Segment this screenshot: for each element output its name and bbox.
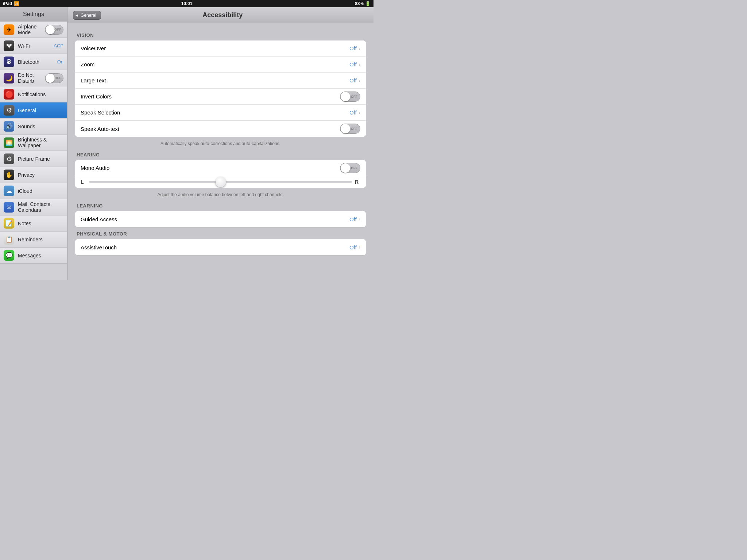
invertcolors-label: Invert Colors (81, 93, 340, 100)
speakselection-row[interactable]: Speak Selection Off › (75, 105, 366, 121)
device-label: iPad (3, 1, 12, 6)
invertcolors-toggle[interactable] (340, 92, 360, 102)
reminders-icon: 📋 (4, 234, 14, 245)
pictureframe-icon: ⚙ (4, 153, 14, 164)
balance-slider-row[interactable]: L R (75, 176, 366, 188)
voiceover-row[interactable]: VoiceOver Off › (75, 40, 366, 57)
dnd-icon: 🌙 (4, 73, 14, 83)
sounds-icon: 🔊 (4, 121, 14, 132)
airplane-label: Airplane Mode (18, 24, 45, 35)
dnd-label: Do Not Disturb (18, 72, 45, 84)
speakselection-value: Off (349, 109, 357, 116)
invertcolors-knob (341, 92, 350, 101)
sidebar-item-privacy[interactable]: ✋ Privacy (0, 167, 67, 183)
detail-title: Accessibility (107, 11, 339, 19)
sidebar-item-general[interactable]: ⚙ General (0, 102, 67, 118)
wifi-label: Wi-Fi (18, 43, 54, 49)
notes-label: Notes (18, 221, 63, 226)
bluetooth-icon: Ƀ (4, 57, 14, 67)
airplane-toggle[interactable] (45, 25, 63, 35)
monoaudio-knob (341, 163, 350, 173)
hearing-group: Mono Audio L R (75, 160, 366, 188)
learning-group: Guided Access Off › (75, 211, 366, 228)
learning-section-header: Learning (77, 203, 366, 209)
mail-icon: ✉ (4, 202, 14, 213)
monoaudio-row[interactable]: Mono Audio (75, 160, 366, 176)
zoom-value: Off (349, 61, 357, 67)
back-button[interactable]: General (73, 11, 101, 20)
notifications-label: Notifications (18, 92, 63, 97)
assistivetouch-row[interactable]: AssistiveTouch Off › (75, 239, 366, 255)
icloud-label: iCloud (18, 188, 63, 194)
pictureframe-label: Picture Frame (18, 156, 63, 162)
sidebar-item-notes[interactable]: 📝 Notes (0, 215, 67, 232)
hearing-section-header: Hearing (77, 152, 366, 158)
sidebar-item-reminders[interactable]: 📋 Reminders (0, 232, 67, 248)
dnd-toggle[interactable] (45, 73, 63, 83)
messages-icon: 💬 (4, 250, 14, 261)
speakselection-label: Speak Selection (81, 109, 349, 116)
speakautotext-knob (341, 124, 350, 133)
airplane-icon: ✈ (4, 24, 14, 35)
sidebar-item-pictureframe[interactable]: ⚙ Picture Frame (0, 151, 67, 167)
monoaudio-label: Mono Audio (81, 165, 340, 171)
sidebar-item-mail[interactable]: ✉ Mail, Contacts, Calendars (0, 199, 67, 215)
vision-note: Automatically speak auto-corrections and… (75, 139, 366, 148)
slider-left-label: L (81, 179, 86, 185)
notes-icon: 📝 (4, 218, 14, 229)
speakautotext-toggle[interactable] (340, 124, 360, 134)
speakautotext-label: Speak Auto-text (81, 126, 340, 132)
sidebar-item-messages[interactable]: 💬 Messages (0, 248, 67, 264)
sidebar-item-bluetooth[interactable]: Ƀ Bluetooth On (0, 54, 67, 70)
app-container: Settings ✈ Airplane Mode Wi-Fi ACP (0, 7, 374, 280)
largetext-label: Large Text (81, 77, 349, 83)
assistivetouch-label: AssistiveTouch (81, 244, 349, 250)
detail-content: Vision VoiceOver Off › Zoom Off › Large … (67, 23, 374, 280)
physical-section-header: Physical & Motor (77, 231, 366, 237)
sidebar-item-wifi[interactable]: Wi-Fi ACP (0, 38, 67, 54)
guidedaccess-value: Off (349, 216, 357, 222)
largetext-row[interactable]: Large Text Off › (75, 73, 366, 89)
voiceover-chevron: › (359, 45, 360, 52)
speakautotext-row[interactable]: Speak Auto-text (75, 121, 366, 137)
sidebar-item-brightness[interactable]: 🌅 Brightness & Wallpaper (0, 135, 67, 151)
invertcolors-row[interactable]: Invert Colors (75, 89, 366, 105)
battery-label: 83% (355, 1, 364, 6)
notifications-icon: 🔴 (4, 89, 14, 100)
balance-slider-thumb[interactable] (216, 177, 226, 187)
sidebar: Settings ✈ Airplane Mode Wi-Fi ACP (0, 7, 67, 280)
sidebar-item-notifications[interactable]: 🔴 Notifications (0, 86, 67, 102)
speakselection-chevron: › (359, 109, 360, 116)
brightness-label: Brightness & Wallpaper (18, 137, 63, 148)
guidedaccess-row[interactable]: Guided Access Off › (75, 211, 366, 227)
sidebar-item-donotdisturb[interactable]: 🌙 Do Not Disturb (0, 70, 67, 86)
privacy-icon: ✋ (4, 170, 14, 180)
reminders-label: Reminders (18, 237, 63, 242)
svg-point-0 (8, 47, 9, 48)
balance-slider-track[interactable] (89, 181, 352, 183)
bluetooth-label: Bluetooth (18, 59, 57, 65)
vision-group: VoiceOver Off › Zoom Off › Large Text Of… (75, 40, 366, 137)
detail-header: General Accessibility (67, 7, 374, 23)
mail-label: Mail, Contacts, Calendars (18, 201, 63, 213)
detail-panel: General Accessibility Vision VoiceOver O… (67, 7, 374, 280)
sidebar-item-airplane[interactable]: ✈ Airplane Mode (0, 22, 67, 38)
airplane-toggle-knob (46, 25, 55, 34)
sidebar-title: Settings (0, 7, 67, 22)
bluetooth-value: On (57, 59, 63, 65)
status-bar: iPad 📶 10:01 83% 🔋 (0, 0, 374, 7)
monoaudio-toggle[interactable] (340, 163, 360, 173)
battery-icon: 🔋 (365, 1, 371, 6)
privacy-label: Privacy (18, 172, 63, 178)
sidebar-item-icloud[interactable]: ☁ iCloud (0, 183, 67, 199)
icloud-icon: ☁ (4, 186, 14, 196)
guidedaccess-label: Guided Access (81, 216, 349, 222)
guidedaccess-chevron: › (359, 216, 360, 222)
brightness-icon: 🌅 (4, 137, 14, 148)
wifi-value: ACP (54, 43, 63, 48)
general-icon: ⚙ (4, 105, 14, 116)
physical-group: AssistiveTouch Off › (75, 239, 366, 256)
sidebar-item-sounds[interactable]: 🔊 Sounds (0, 118, 67, 135)
zoom-chevron: › (359, 61, 360, 68)
zoom-row[interactable]: Zoom Off › (75, 57, 366, 73)
